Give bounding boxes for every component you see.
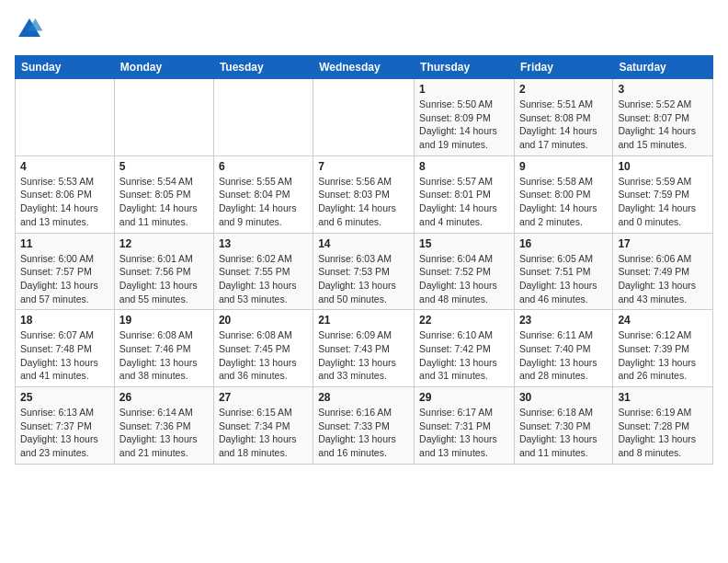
day-info: Sunrise: 6:04 AM Sunset: 7:52 PM Dayligh… [419, 252, 509, 306]
day-info: Sunrise: 6:08 AM Sunset: 7:46 PM Dayligh… [119, 328, 209, 383]
day-info: Sunrise: 6:18 AM Sunset: 7:30 PM Dayligh… [519, 406, 608, 460]
day-number: 9 [519, 160, 608, 173]
calendar-cell: 17Sunrise: 6:06 AM Sunset: 7:49 PM Dayli… [613, 233, 713, 310]
day-number: 2 [519, 83, 608, 96]
weekday-header-row: SundayMondayTuesdayWednesdayThursdayFrid… [16, 56, 713, 79]
calendar-cell: 20Sunrise: 6:08 AM Sunset: 7:45 PM Dayli… [213, 310, 313, 387]
day-number: 19 [119, 314, 209, 327]
weekday-header-saturday: Saturday [613, 56, 713, 79]
day-info: Sunrise: 6:15 AM Sunset: 7:34 PM Dayligh… [219, 406, 308, 460]
calendar-cell: 25Sunrise: 6:13 AM Sunset: 7:37 PM Dayli… [16, 387, 115, 465]
day-number: 7 [318, 160, 409, 173]
weekday-header-monday: Monday [114, 56, 213, 79]
calendar-cell [313, 79, 415, 156]
calendar-cell: 7Sunrise: 5:56 AM Sunset: 8:03 PM Daylig… [313, 155, 415, 233]
calendar-cell: 9Sunrise: 5:58 AM Sunset: 8:00 PM Daylig… [514, 155, 612, 233]
weekday-header-tuesday: Tuesday [213, 56, 313, 79]
day-number: 15 [419, 237, 509, 250]
week-row-2: 4Sunrise: 5:53 AM Sunset: 8:06 PM Daylig… [16, 155, 713, 233]
calendar-cell: 8Sunrise: 5:57 AM Sunset: 8:01 PM Daylig… [415, 155, 515, 233]
day-info: Sunrise: 6:09 AM Sunset: 7:43 PM Dayligh… [318, 328, 409, 383]
calendar-cell: 19Sunrise: 6:08 AM Sunset: 7:46 PM Dayli… [114, 310, 213, 387]
day-number: 6 [219, 160, 308, 173]
calendar-cell: 18Sunrise: 6:07 AM Sunset: 7:48 PM Dayli… [16, 310, 115, 387]
weekday-header-sunday: Sunday [16, 56, 115, 79]
calendar-cell: 10Sunrise: 5:59 AM Sunset: 7:59 PM Dayli… [613, 155, 713, 233]
day-number: 14 [318, 237, 409, 250]
week-row-1: 1Sunrise: 5:50 AM Sunset: 8:09 PM Daylig… [16, 79, 713, 156]
day-number: 17 [618, 237, 708, 250]
weekday-header-thursday: Thursday [415, 56, 515, 79]
weekday-header-friday: Friday [514, 56, 612, 79]
day-info: Sunrise: 5:56 AM Sunset: 8:03 PM Dayligh… [318, 175, 409, 229]
day-number: 4 [20, 160, 109, 173]
day-number: 10 [618, 160, 708, 173]
day-info: Sunrise: 5:57 AM Sunset: 8:01 PM Dayligh… [419, 175, 509, 229]
calendar-cell: 12Sunrise: 6:01 AM Sunset: 7:56 PM Dayli… [114, 233, 213, 310]
day-number: 16 [519, 237, 608, 250]
calendar-cell: 14Sunrise: 6:03 AM Sunset: 7:53 PM Dayli… [313, 233, 415, 310]
day-number: 26 [119, 391, 209, 404]
logo-icon [15, 15, 44, 44]
calendar-cell: 24Sunrise: 6:12 AM Sunset: 7:39 PM Dayli… [613, 310, 713, 387]
day-info: Sunrise: 6:00 AM Sunset: 7:57 PM Dayligh… [20, 252, 109, 306]
calendar-cell: 3Sunrise: 5:52 AM Sunset: 8:07 PM Daylig… [613, 79, 713, 156]
day-info: Sunrise: 6:03 AM Sunset: 7:53 PM Dayligh… [318, 252, 409, 306]
day-info: Sunrise: 6:17 AM Sunset: 7:31 PM Dayligh… [419, 406, 509, 460]
day-number: 3 [618, 83, 708, 96]
day-number: 22 [419, 314, 509, 327]
day-info: Sunrise: 6:13 AM Sunset: 7:37 PM Dayligh… [20, 406, 109, 460]
calendar-cell: 13Sunrise: 6:02 AM Sunset: 7:55 PM Dayli… [213, 233, 313, 310]
day-number: 18 [20, 314, 109, 327]
day-number: 1 [419, 83, 509, 96]
day-info: Sunrise: 5:53 AM Sunset: 8:06 PM Dayligh… [20, 175, 109, 229]
day-info: Sunrise: 6:06 AM Sunset: 7:49 PM Dayligh… [618, 252, 708, 306]
day-number: 8 [419, 160, 509, 173]
week-row-5: 25Sunrise: 6:13 AM Sunset: 7:37 PM Dayli… [16, 387, 713, 465]
day-info: Sunrise: 5:59 AM Sunset: 7:59 PM Dayligh… [618, 175, 708, 229]
calendar-cell: 5Sunrise: 5:54 AM Sunset: 8:05 PM Daylig… [114, 155, 213, 233]
calendar-cell: 29Sunrise: 6:17 AM Sunset: 7:31 PM Dayli… [415, 387, 515, 465]
day-info: Sunrise: 5:51 AM Sunset: 8:08 PM Dayligh… [519, 98, 608, 152]
day-number: 21 [318, 314, 409, 327]
day-info: Sunrise: 6:11 AM Sunset: 7:40 PM Dayligh… [519, 328, 608, 383]
day-info: Sunrise: 5:52 AM Sunset: 8:07 PM Dayligh… [618, 98, 708, 152]
calendar-cell [213, 79, 313, 156]
logo [15, 15, 48, 44]
day-info: Sunrise: 5:58 AM Sunset: 8:00 PM Dayligh… [519, 175, 608, 229]
calendar-cell: 28Sunrise: 6:16 AM Sunset: 7:33 PM Dayli… [313, 387, 415, 465]
day-info: Sunrise: 5:54 AM Sunset: 8:05 PM Dayligh… [119, 175, 209, 229]
calendar-cell: 22Sunrise: 6:10 AM Sunset: 7:42 PM Dayli… [415, 310, 515, 387]
day-number: 11 [20, 237, 109, 250]
calendar-cell: 4Sunrise: 5:53 AM Sunset: 8:06 PM Daylig… [16, 155, 115, 233]
calendar-cell: 15Sunrise: 6:04 AM Sunset: 7:52 PM Dayli… [415, 233, 515, 310]
day-number: 25 [20, 391, 109, 404]
calendar-cell: 27Sunrise: 6:15 AM Sunset: 7:34 PM Dayli… [213, 387, 313, 465]
day-info: Sunrise: 5:50 AM Sunset: 8:09 PM Dayligh… [419, 98, 509, 152]
day-info: Sunrise: 6:05 AM Sunset: 7:51 PM Dayligh… [519, 252, 608, 306]
calendar-cell: 23Sunrise: 6:11 AM Sunset: 7:40 PM Dayli… [514, 310, 612, 387]
calendar-cell: 26Sunrise: 6:14 AM Sunset: 7:36 PM Dayli… [114, 387, 213, 465]
calendar-cell: 21Sunrise: 6:09 AM Sunset: 7:43 PM Dayli… [313, 310, 415, 387]
day-number: 30 [519, 391, 608, 404]
day-number: 5 [119, 160, 209, 173]
page-header [15, 15, 713, 44]
day-info: Sunrise: 6:19 AM Sunset: 7:28 PM Dayligh… [618, 406, 708, 460]
calendar-cell: 1Sunrise: 5:50 AM Sunset: 8:09 PM Daylig… [415, 79, 515, 156]
day-number: 13 [219, 237, 308, 250]
day-info: Sunrise: 6:01 AM Sunset: 7:56 PM Dayligh… [119, 252, 209, 306]
calendar-cell [16, 79, 115, 156]
day-info: Sunrise: 6:02 AM Sunset: 7:55 PM Dayligh… [219, 252, 308, 306]
day-number: 29 [419, 391, 509, 404]
week-row-4: 18Sunrise: 6:07 AM Sunset: 7:48 PM Dayli… [16, 310, 713, 387]
day-number: 24 [618, 314, 708, 327]
calendar-cell: 16Sunrise: 6:05 AM Sunset: 7:51 PM Dayli… [514, 233, 612, 310]
day-info: Sunrise: 6:07 AM Sunset: 7:48 PM Dayligh… [20, 328, 109, 383]
day-info: Sunrise: 6:14 AM Sunset: 7:36 PM Dayligh… [119, 406, 209, 460]
day-number: 31 [618, 391, 708, 404]
calendar-cell: 11Sunrise: 6:00 AM Sunset: 7:57 PM Dayli… [16, 233, 115, 310]
day-info: Sunrise: 6:10 AM Sunset: 7:42 PM Dayligh… [419, 328, 509, 383]
day-info: Sunrise: 6:08 AM Sunset: 7:45 PM Dayligh… [219, 328, 308, 383]
weekday-header-wednesday: Wednesday [313, 56, 415, 79]
calendar-cell: 30Sunrise: 6:18 AM Sunset: 7:30 PM Dayli… [514, 387, 612, 465]
